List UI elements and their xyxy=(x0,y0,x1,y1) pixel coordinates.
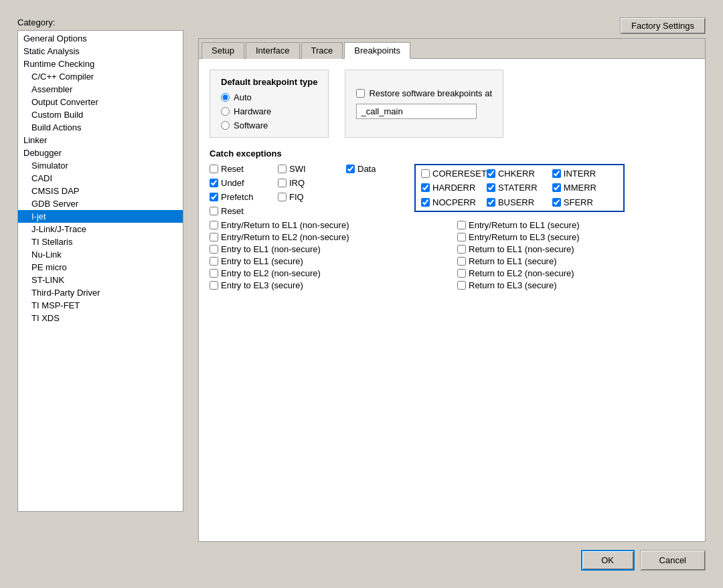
category-item-st-link[interactable]: ST-LINK xyxy=(18,274,183,286)
tab-content: Default breakpoint type AutoHardwareSoft… xyxy=(199,59,705,541)
el-item-el-left-col-4[interactable]: Entry to EL2 (non-secure) xyxy=(210,268,447,278)
cancel-button[interactable]: Cancel xyxy=(640,550,706,571)
category-item-custom-build[interactable]: Custom Build xyxy=(18,108,183,121)
el-item-el-right-col-0[interactable]: Entry/Return to EL1 (secure) xyxy=(457,220,694,230)
category-item-ti-msp-fet[interactable]: TI MSP-FET xyxy=(18,299,183,312)
category-item-cpp-compiler[interactable]: C/C++ Compiler xyxy=(18,70,183,83)
el-item-el-right-col-5[interactable]: Return to EL3 (secure) xyxy=(457,280,694,290)
el-items-section: Entry/Return to EL1 (non-secure)Entry/Re… xyxy=(210,220,694,290)
category-list: General OptionsStatic AnalysisRuntime Ch… xyxy=(17,30,183,512)
category-item-third-party-driver[interactable]: Third-Party Driver xyxy=(18,286,183,299)
category-item-cadi[interactable]: CADI xyxy=(18,172,183,185)
tab-breakpoints[interactable]: Breakpoints xyxy=(344,42,410,59)
bp-type-title: Default breakpoint type xyxy=(221,77,317,87)
hl-check-0[interactable]: CORERESET xyxy=(421,168,487,179)
restore-checkbox[interactable] xyxy=(356,89,365,98)
content-area: SetupInterfaceTraceBreakpoints Default b… xyxy=(198,38,706,542)
el-right-col: Entry/Return to EL1 (secure)Entry/Return… xyxy=(457,220,694,290)
reset-standalone: Reset xyxy=(210,206,406,216)
category-item-build-actions[interactable]: Build Actions xyxy=(18,121,183,134)
hl-check-6[interactable]: NOCPERR xyxy=(421,197,487,208)
radio-software[interactable] xyxy=(221,121,230,130)
tab-setup[interactable]: Setup xyxy=(202,42,244,59)
category-item-ti-xds[interactable]: TI XDS xyxy=(18,312,183,324)
category-item-jlink-jtrace[interactable]: J-Link/J-Trace xyxy=(18,223,183,235)
category-item-cmsis-dap[interactable]: CMSIS DAP xyxy=(18,185,183,197)
radio-item-software[interactable]: Software xyxy=(221,120,317,130)
tab-trace[interactable]: Trace xyxy=(301,42,343,59)
highlighted-group: CORERESETCHKERRINTERRHARDERRSTATERRMMERR… xyxy=(414,164,625,212)
category-item-static-analysis[interactable]: Static Analysis xyxy=(18,45,183,58)
category-panel: Category: General OptionsStatic Analysis… xyxy=(17,17,191,542)
catch-section: Catch exceptions ResetSWIData UndefIRQ xyxy=(210,149,694,290)
radio-label-auto: Auto xyxy=(234,92,252,102)
radio-item-hardware[interactable]: Hardware xyxy=(221,106,317,116)
reset-standalone-label: Reset xyxy=(221,206,244,216)
category-item-i-jet[interactable]: I-jet xyxy=(18,210,183,223)
category-item-output-converter[interactable]: Output Converter xyxy=(18,96,183,108)
radio-label-software: Software xyxy=(234,120,268,130)
hl-check-5[interactable]: MMERR xyxy=(552,182,618,193)
el-item-el-left-col-1[interactable]: Entry/Return to EL2 (non-secure) xyxy=(210,232,447,242)
exc-row-2: UndefIRQ xyxy=(210,178,406,188)
bp-type-box: Default breakpoint type AutoHardwareSoft… xyxy=(210,70,329,138)
el-item-el-right-col-1[interactable]: Entry/Return to EL3 (secure) xyxy=(457,232,694,242)
dialog-body: Category: General OptionsStatic Analysis… xyxy=(17,17,706,542)
ok-button[interactable]: OK xyxy=(581,550,635,571)
exc-check-exc-row-1-2[interactable]: Data xyxy=(346,164,406,174)
category-item-nu-link[interactable]: Nu-Link xyxy=(18,248,183,261)
category-item-gdb-server[interactable]: GDB Server xyxy=(18,197,183,210)
el-left-col: Entry/Return to EL1 (non-secure)Entry/Re… xyxy=(210,220,447,290)
hl-check-8[interactable]: SFERR xyxy=(552,197,618,208)
category-item-runtime-checking[interactable]: Runtime Checking xyxy=(18,58,183,70)
restore-label: Restore software breakpoints at xyxy=(369,88,492,98)
hl-check-4[interactable]: STATERR xyxy=(487,182,552,193)
el-item-el-right-col-2[interactable]: Return to EL1 (non-secure) xyxy=(457,244,694,254)
radio-item-auto[interactable]: Auto xyxy=(221,92,317,102)
category-label: Category: xyxy=(17,17,191,27)
catch-title: Catch exceptions xyxy=(210,149,694,159)
radio-group: AutoHardwareSoftware xyxy=(221,92,317,130)
exc-check-exc-row-1-1[interactable]: SWI xyxy=(278,164,338,174)
exc-check-exc-row-2-0[interactable]: Undef xyxy=(210,178,270,188)
exc-row-3: PrefetchFIQ xyxy=(210,192,406,202)
exc-check-exc-row-2-1[interactable]: IRQ xyxy=(278,178,338,188)
tabs-bar: SetupInterfaceTraceBreakpoints xyxy=(199,39,705,59)
hl-check-3[interactable]: HARDERR xyxy=(421,182,487,193)
normal-exceptions: ResetSWIData UndefIRQ PrefetchFIQ xyxy=(210,164,406,216)
tab-interface[interactable]: Interface xyxy=(246,42,300,59)
category-item-debugger[interactable]: Debugger xyxy=(18,146,183,159)
restore-box: Restore software breakpoints at _call_ma… xyxy=(345,70,503,138)
el-item-el-right-col-3[interactable]: Return to EL1 (secure) xyxy=(457,256,694,266)
category-item-assembler[interactable]: Assembler xyxy=(18,83,183,96)
dialog: Category: General OptionsStatic Analysis… xyxy=(7,7,716,581)
exc-check-exc-row-3-0[interactable]: Prefetch xyxy=(210,192,270,202)
top-bar: Factory Settings xyxy=(198,17,706,34)
bp-type-section: Default breakpoint type AutoHardwareSoft… xyxy=(210,70,694,138)
radio-hardware[interactable] xyxy=(221,107,230,116)
radio-auto[interactable] xyxy=(221,93,230,102)
el-item-el-left-col-2[interactable]: Entry to EL1 (non-secure) xyxy=(210,244,447,254)
exceptions-upper: ResetSWIData UndefIRQ PrefetchFIQ xyxy=(210,164,694,216)
el-item-el-left-col-3[interactable]: Entry to EL1 (secure) xyxy=(210,256,447,266)
category-item-linker[interactable]: Linker xyxy=(18,134,183,146)
factory-settings-button[interactable]: Factory Settings xyxy=(620,17,706,34)
el-item-el-left-col-0[interactable]: Entry/Return to EL1 (non-secure) xyxy=(210,220,447,230)
radio-label-hardware: Hardware xyxy=(234,106,271,116)
category-item-simulator[interactable]: Simulator xyxy=(18,159,183,172)
hl-check-2[interactable]: INTERR xyxy=(552,168,618,179)
category-item-pe-micro[interactable]: PE micro xyxy=(18,261,183,274)
el-item-el-left-col-5[interactable]: Entry to EL3 (secure) xyxy=(210,280,447,290)
hl-check-7[interactable]: BUSERR xyxy=(487,197,552,208)
category-item-ti-stellaris[interactable]: TI Stellaris xyxy=(18,235,183,248)
restore-check: Restore software breakpoints at xyxy=(356,88,492,98)
exc-row-1: ResetSWIData xyxy=(210,164,406,174)
bottom-bar: OK Cancel xyxy=(17,542,706,571)
exc-check-exc-row-3-1[interactable]: FIQ xyxy=(278,192,338,202)
el-item-el-right-col-4[interactable]: Return to EL2 (non-secure) xyxy=(457,268,694,278)
hl-check-1[interactable]: CHKERR xyxy=(487,168,552,179)
exc-check-exc-row-1-0[interactable]: Reset xyxy=(210,164,270,174)
restore-input[interactable]: _call_main xyxy=(356,104,477,119)
category-item-general-options[interactable]: General Options xyxy=(18,32,183,45)
reset-standalone-checkbox[interactable] xyxy=(210,207,218,215)
